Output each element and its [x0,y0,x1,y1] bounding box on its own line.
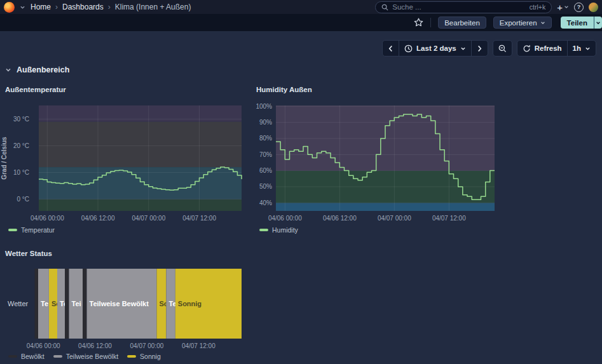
y-axis-label: Grad / Celsius [1,137,8,180]
x-tick-label: 04/07 00:00 [130,342,163,349]
x-tick-label: 04/06 12:00 [78,342,112,349]
line-chart: 0 °C10 °C20 °C30 °C04/06 00:0004/06 12:0… [1,105,242,222]
legend-swatch [53,355,62,358]
legend-label: Humidity [272,226,298,234]
row-header-aussenbereich[interactable]: Außenbereich [5,65,69,74]
y-tick-label: 80% [259,135,272,142]
x-tick-label: 04/06 00:00 [27,342,60,349]
time-zoom-out-button[interactable] [493,41,512,56]
legend-item[interactable]: Sonnig [127,353,161,360]
legend-humidity: Humidity [259,226,298,234]
refresh-group: Refresh 1h [517,40,596,57]
y-tick-label: 40% [259,199,272,206]
zoom-out-icon [498,44,507,53]
panel-title-wetter-status[interactable]: Wetter Status [5,250,52,257]
x-tick-label: 04/07 12:00 [432,215,466,222]
panel-title-humidity-aussen[interactable]: Humidity Außen [256,86,312,93]
clock-icon [404,44,413,53]
favorite-star-icon[interactable] [414,18,423,27]
legend-item[interactable]: Teilweise Bewölkt [53,353,118,360]
row-collapse-chevron-icon [5,67,11,73]
legend-label: Temperatur [21,226,55,234]
edit-button-label: Bearbeiten [444,19,480,27]
export-button[interactable]: Exportieren [493,17,552,29]
breadcrumb-item-1[interactable]: Dashboards [62,3,104,11]
state-segment-label: Sonnig [178,300,202,307]
chevron-left-icon [388,45,393,52]
chevron-down-icon [540,20,545,25]
search-icon [381,4,388,11]
legend-label: Bewölkt [21,353,44,360]
y-tick-label: 10 °C [13,169,29,176]
y-tick-label: 50% [259,183,272,190]
y-tick-label: 20 °C [13,142,29,149]
x-tick-label: 04/06 00:00 [268,215,302,222]
line-chart: 40%50%60%70%80%90%100%04/06 00:0004/06 1… [256,103,495,222]
state-segment-label: Te [41,300,48,307]
time-shift-back-button[interactable] [383,41,399,56]
edit-button[interactable]: Bearbeiten [438,17,486,29]
user-avatar[interactable] [589,3,598,12]
chevron-down-icon [460,46,466,51]
legend-item[interactable]: Bewölkt [8,353,44,360]
legend-item[interactable]: Humidity [259,226,298,234]
dashboard-toolbar: Bearbeiten Exportieren Teilen [0,14,602,31]
threshold-band [39,199,242,211]
breadcrumb-item-2[interactable]: Klima (Innen + Außen) [115,3,191,11]
state-timeline: TeSoTeTeiTeilweise BewölktSoTeSonnig04/0… [27,269,242,349]
refresh-label: Refresh [535,44,562,52]
legend-swatch [8,355,17,358]
chevron-down-icon [585,46,591,51]
state-segment [65,269,69,339]
toolbar-divider [430,18,431,27]
threshold-band [276,203,495,211]
state-segment-label: Teilweise Bewölkt [90,300,149,307]
top-nav: Home›Dashboards›Klima (Innen + Außen) Su… [0,0,602,14]
breadcrumb-separator-icon: › [55,3,58,11]
org-switcher-chevron-icon[interactable] [20,4,25,10]
help-icon[interactable]: ? [574,3,584,12]
share-button[interactable]: Teilen [561,17,594,29]
grafana-app: 0 °C10 °C20 °C30 °C04/06 00:0004/06 12:0… [0,0,602,364]
breadcrumb-separator-icon: › [108,3,111,11]
row-header-label: Außenbereich [17,65,69,74]
legend-wetter-status: BewölktTeilweise BewölktSonnig [8,353,161,360]
time-range-label: Last 2 days [416,44,456,52]
search-input[interactable]: Suche ... ctrl+k [375,1,552,13]
y-tick-label: 60% [259,167,272,174]
chevron-down-icon [564,4,569,10]
time-shift-forward-button[interactable] [471,41,488,56]
refresh-interval-button[interactable]: 1h [567,41,596,56]
add-new-button[interactable]: + [557,3,569,12]
threshold-band [39,122,242,167]
chevron-right-icon [477,45,482,52]
grafana-logo-icon[interactable] [4,2,15,13]
legend-label: Teilweise Bewölkt [66,353,118,360]
panel-title-aussentemperatur[interactable]: Außentemperatur [5,86,66,93]
x-tick-label: 04/07 00:00 [132,215,165,222]
y-tick-label: 30 °C [13,116,29,123]
y-tick-label: 100% [256,103,272,110]
time-range-picker-button[interactable]: Last 2 days [399,41,471,56]
share-button-label: Teilen [567,19,587,27]
x-tick-label: 04/06 12:00 [323,215,357,222]
search-shortcut: ctrl+k [530,3,545,11]
refresh-button[interactable]: Refresh [517,41,567,56]
x-tick-label: 04/07 12:00 [182,342,215,349]
legend-swatch [259,229,268,231]
share-menu-button[interactable] [594,17,602,29]
state-segment-label: Tei [72,300,81,307]
x-tick-label: 04/06 12:00 [81,215,115,222]
time-controls: Last 2 days Re [382,40,596,57]
legend-swatch [127,355,136,358]
y-tick-label: 0 °C [17,196,29,203]
legend-swatch [8,229,17,231]
search-placeholder: Suche ... [392,3,526,11]
state-segment-label: Te [169,300,177,307]
legend-temperature: Temperatur [8,226,55,234]
share-button-group: Teilen [561,17,602,29]
plus-icon: + [557,3,563,12]
breadcrumb-item-0[interactable]: Home [31,3,51,11]
legend-item[interactable]: Temperatur [8,226,55,234]
chevron-down-icon [596,20,601,25]
